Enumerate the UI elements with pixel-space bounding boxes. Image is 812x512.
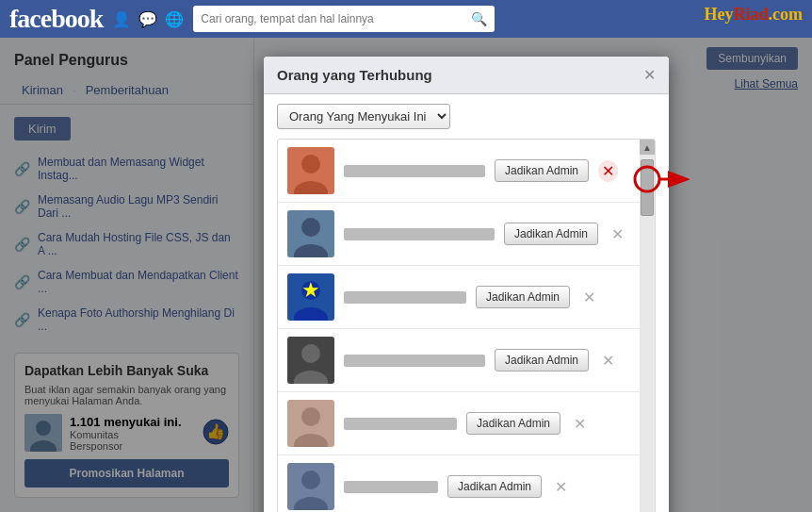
scroll-up-button[interactable]: ▲: [640, 140, 655, 155]
svg-point-16: [301, 344, 320, 363]
person-row: ★ Jadikan Admin ✕: [278, 266, 640, 329]
globe-icon[interactable]: 🌐: [165, 10, 184, 28]
person-name-blurred: [344, 418, 457, 430]
remove-person-button[interactable]: ✕: [608, 223, 627, 245]
jadikan-admin-button[interactable]: Jadikan Admin: [495, 349, 589, 372]
modal-title: Orang yang Terhubung: [277, 67, 432, 83]
nav-icons-group: 👤 💬 🌐: [112, 10, 184, 28]
modal-header: Orang yang Terhubung ✕: [264, 57, 669, 94]
avatar: [287, 210, 334, 257]
svg-point-25: [635, 167, 659, 191]
friends-icon[interactable]: 👤: [112, 10, 131, 28]
person-row: Jadikan Admin ✕: [278, 203, 640, 266]
svg-point-6: [301, 155, 320, 173]
remove-person-button[interactable]: ✕: [579, 287, 599, 308]
avatar: [287, 147, 334, 194]
remove-person-button[interactable]: ✕: [551, 476, 571, 498]
facebook-logo: facebook: [9, 4, 103, 34]
person-list: Jadikan Admin ✕: [277, 139, 656, 512]
svg-text:★: ★: [301, 278, 320, 302]
search-input[interactable]: [201, 12, 471, 25]
scrollbar-container: Jadikan Admin ✕: [278, 140, 655, 512]
remove-person-button[interactable]: ✕: [598, 160, 618, 182]
heyriads-watermark: HeyRiad.com: [705, 5, 804, 25]
person-row: Jadikan Admin ✕: [278, 392, 640, 455]
person-name-blurred: [344, 228, 495, 240]
annotation-arrow: [633, 160, 690, 201]
jadikan-admin-button[interactable]: Jadikan Admin: [447, 475, 542, 498]
person-row: Jadikan Admin ✕: [278, 329, 640, 392]
jadikan-admin-button[interactable]: Jadikan Admin: [476, 286, 570, 308]
scrollbar-track: [640, 155, 655, 512]
jadikan-admin-button[interactable]: Jadikan Admin: [495, 159, 589, 182]
modal-body: Orang Yang Menyukai Ini: [264, 94, 669, 512]
svg-point-9: [301, 218, 320, 237]
modal-dropdown-area: Orang Yang Menyukai Ini: [277, 104, 656, 129]
avatar: [287, 337, 334, 384]
svg-point-19: [301, 407, 320, 426]
avatar: ★: [287, 273, 334, 321]
person-row: Jadikan Admin ✕: [278, 140, 640, 203]
modal-close-button[interactable]: ✕: [643, 66, 656, 84]
remove-person-button[interactable]: ✕: [598, 350, 618, 372]
remove-person-button[interactable]: ✕: [570, 413, 590, 435]
jadikan-admin-button[interactable]: Jadikan Admin: [466, 412, 560, 435]
person-row: Jadikan Admin ✕: [278, 455, 640, 512]
messages-icon[interactable]: 💬: [138, 10, 157, 28]
person-name-blurred: [344, 355, 485, 367]
top-navigation: facebook 👤 💬 🌐 🔍 HeyRiad.com: [0, 0, 812, 38]
person-name-blurred: [344, 481, 438, 493]
main-layout: Panel Pengurus Kiriman · Pemberitahuan K…: [0, 38, 812, 512]
search-bar: 🔍: [193, 6, 495, 32]
search-icon[interactable]: 🔍: [471, 11, 487, 26]
person-name-blurred: [344, 165, 485, 177]
filter-dropdown[interactable]: Orang Yang Menyukai Ini: [277, 104, 450, 129]
person-items: Jadikan Admin ✕: [278, 140, 640, 512]
avatar: [287, 400, 334, 447]
svg-point-22: [301, 471, 320, 489]
modal-dialog: Orang yang Terhubung ✕ Orang Yang Menyuk…: [264, 57, 669, 512]
avatar: [287, 463, 334, 510]
jadikan-admin-button[interactable]: Jadikan Admin: [504, 223, 598, 245]
person-name-blurred: [344, 291, 466, 304]
